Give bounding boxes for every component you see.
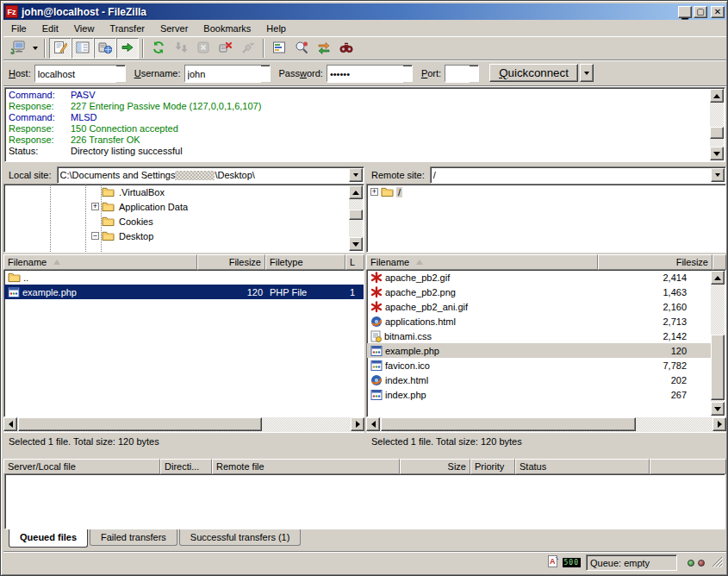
file-row[interactable]: index.html202 — [367, 373, 712, 387]
scroll-right-button[interactable] — [351, 417, 364, 431]
file-row[interactable]: apache_pb2_ani.gif2,160 — [367, 299, 712, 314]
resize-grip[interactable] — [712, 556, 723, 569]
file-row[interactable]: favicon.ico7,782 — [367, 358, 712, 373]
toolbar-button-directory-comparison[interactable] — [290, 38, 313, 59]
toolbar-button-site-manager[interactable] — [7, 38, 29, 59]
password-input[interactable] — [327, 66, 403, 83]
toolbar-button-refresh[interactable] — [147, 38, 170, 59]
file-row[interactable]: example.php120PHP File1 — [4, 285, 364, 299]
queue-column-directi-[interactable]: Directi... — [160, 459, 212, 474]
host-input[interactable] — [35, 66, 116, 83]
close-button[interactable]: ✕ — [711, 6, 725, 18]
scroll-thumb[interactable] — [18, 417, 262, 431]
queue-column-status[interactable]: Status — [515, 459, 650, 474]
file-row[interactable]: example.php120 — [367, 343, 712, 358]
toolbar-button-disconnect[interactable] — [215, 38, 237, 59]
scroll-thumb[interactable] — [711, 335, 725, 400]
scroll-thumb[interactable] — [349, 210, 363, 220]
scroll-thumb[interactable] — [381, 417, 636, 431]
queue-column-remote-file[interactable]: Remote file — [212, 459, 400, 474]
file-row[interactable]: apache_pb2.png1,463 — [367, 285, 712, 299]
scroll-up-button[interactable] — [710, 89, 724, 103]
tab-queued-files[interactable]: Queued files — [9, 529, 88, 548]
local-tree-item[interactable]: +Application Data — [4, 199, 364, 214]
maximize-button[interactable]: ▢ — [694, 6, 707, 18]
menu-item-server[interactable]: Server — [152, 21, 196, 36]
site-manager-dropdown-button[interactable] — [29, 38, 40, 59]
tree-item-label[interactable]: Desktop — [117, 231, 155, 241]
toolbar-button-find-files[interactable] — [335, 38, 358, 59]
toolbar-button-toggle-remote-tree[interactable] — [94, 38, 116, 59]
local-tree-item[interactable]: Cookies — [4, 214, 364, 229]
message-log[interactable]: Command:PASVResponse:227 Entering Passiv… — [4, 87, 725, 162]
toolbar-button-toggle-local-tree[interactable] — [72, 38, 94, 59]
toolbar-button-cancel-operation[interactable] — [192, 38, 215, 59]
scroll-left-button[interactable] — [3, 417, 17, 431]
column-header-filename[interactable]: Filename — [366, 254, 598, 270]
minimize-button[interactable]: ▁ — [678, 6, 692, 18]
file-row[interactable]: applications.html2,713 — [367, 314, 712, 329]
remote-tree-item[interactable]: +/ — [367, 185, 725, 199]
file-row[interactable]: .. — [4, 270, 364, 285]
column-header-filesize[interactable]: Filesize — [598, 254, 712, 270]
toolbar-button-reconnect[interactable] — [237, 38, 259, 59]
remote-list-scrollbar[interactable] — [711, 271, 725, 416]
toolbar-button-toggle-transfer-queue[interactable] — [116, 38, 139, 59]
queue-column-priority[interactable]: Priority — [470, 459, 515, 474]
menu-item-transfer[interactable]: Transfer — [102, 21, 152, 36]
local-h-scrollbar[interactable] — [3, 417, 364, 432]
toolbar-button-toggle-message-log[interactable] — [49, 38, 72, 59]
queue-column-size[interactable]: Size — [400, 459, 470, 474]
local-tree-item[interactable]: .VirtualBox — [4, 185, 364, 199]
menu-item-help[interactable]: Help — [258, 21, 294, 36]
tab-failed-transfers[interactable]: Failed transfers — [90, 529, 177, 546]
column-header-filesize[interactable]: Filesize — [197, 254, 265, 270]
scroll-up-button[interactable] — [711, 271, 725, 285]
tree-item-label[interactable]: Application Data — [117, 202, 190, 212]
collapse-icon[interactable]: − — [91, 232, 99, 240]
menu-item-file[interactable]: File — [3, 21, 34, 36]
title-bar[interactable]: Fz john@localhost - FileZilla ▁ ▢ ✕ — [3, 3, 726, 20]
menu-item-view[interactable]: View — [66, 21, 103, 36]
column-header-l[interactable]: L — [345, 254, 364, 270]
scroll-down-button[interactable] — [349, 237, 363, 251]
queue-column-server-local-file[interactable]: Server/Local file — [3, 459, 160, 474]
tab-successful-transfers-1[interactable]: Successful transfers (1) — [179, 529, 302, 546]
file-row[interactable]: apache_pb2.gif2,414 — [367, 270, 712, 285]
menu-item-edit[interactable]: Edit — [34, 21, 66, 36]
column-header-filetype[interactable]: Filetype — [265, 254, 345, 270]
port-input[interactable] — [445, 66, 470, 83]
local-tree-scrollbar[interactable] — [349, 185, 363, 251]
remote-path-combo[interactable]: / — [430, 166, 726, 184]
remote-path-dropdown-button[interactable] — [711, 168, 725, 182]
remote-file-list[interactable]: apache_pb2.gif2,414apache_pb2.png1,463ap… — [366, 270, 726, 417]
local-path-dropdown-button[interactable] — [349, 168, 363, 182]
local-tree-item[interactable]: −Desktop — [4, 229, 364, 243]
transfer-queue-body[interactable] — [4, 474, 725, 529]
file-row[interactable]: bitnami.css2,142 — [367, 329, 712, 343]
menu-item-bookmarks[interactable]: Bookmarks — [196, 21, 258, 36]
toolbar-button-process-queue[interactable] — [170, 38, 192, 59]
quickconnect-dropdown-button[interactable] — [580, 64, 594, 82]
file-row[interactable]: index.php267 — [367, 387, 712, 402]
local-file-list[interactable]: ..example.php120PHP File1 — [3, 270, 364, 417]
expand-icon[interactable]: + — [370, 188, 378, 196]
column-header-filename[interactable]: Filename — [3, 254, 197, 270]
scroll-down-button[interactable] — [711, 402, 725, 416]
tree-item-label[interactable]: .VirtualBox — [117, 187, 166, 197]
username-input[interactable] — [185, 66, 261, 83]
remote-h-scrollbar[interactable] — [366, 417, 726, 432]
toolbar-button-synchronized-browsing[interactable] — [313, 38, 335, 59]
scroll-up-button[interactable] — [349, 185, 363, 199]
toolbar-button-directory-filters[interactable] — [268, 38, 290, 59]
remote-directory-tree[interactable]: +/ — [366, 184, 726, 253]
scroll-down-button[interactable] — [710, 147, 724, 160]
local-path-combo[interactable]: C:\Documents and Settings\Desktop\ — [57, 166, 364, 184]
expand-icon[interactable]: + — [91, 203, 99, 210]
scroll-right-button[interactable] — [712, 417, 726, 431]
log-scrollbar[interactable] — [710, 89, 724, 160]
tree-item-label[interactable]: Cookies — [117, 216, 155, 227]
scroll-thumb[interactable] — [710, 127, 724, 139]
quickconnect-button[interactable]: Quickconnect — [489, 64, 578, 82]
tree-item-label[interactable]: / — [396, 187, 402, 197]
